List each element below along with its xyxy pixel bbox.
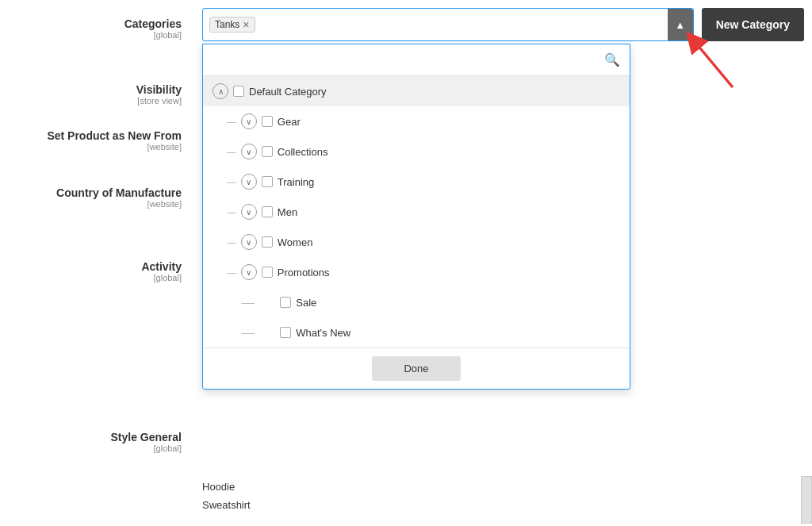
scrollbar[interactable] bbox=[801, 476, 812, 524]
done-button[interactable]: Done bbox=[372, 356, 460, 381]
set-product-label: Set Product as New From bbox=[47, 129, 182, 142]
product-item-hoodie: Hoodie bbox=[202, 478, 251, 496]
cat-item-men[interactable]: - - - - ∨ Men bbox=[203, 197, 630, 227]
style-scope: [global] bbox=[154, 443, 182, 453]
checkbox-collections[interactable] bbox=[262, 146, 273, 157]
row-country: Country of Manufacture [website] bbox=[56, 186, 194, 209]
connector-sale: - - - - - - bbox=[241, 298, 253, 307]
cat-label-default: Default Category bbox=[249, 86, 327, 98]
no-expand-whats-new bbox=[259, 324, 275, 340]
no-expand-sale bbox=[259, 294, 275, 310]
dropdown-footer: Done bbox=[203, 347, 630, 389]
row-activity: Activity [global] bbox=[141, 260, 194, 282]
row-visibility: Visibility [store view] bbox=[136, 83, 194, 106]
expand-women[interactable]: ∨ bbox=[241, 234, 257, 250]
page-wrapper: Categories [global] Visibility [store vi… bbox=[0, 0, 812, 526]
activity-scope: [global] bbox=[154, 273, 182, 282]
cat-label-men: Men bbox=[278, 206, 297, 218]
categories-label: Categories bbox=[124, 17, 182, 30]
checkbox-sale[interactable] bbox=[280, 297, 291, 308]
dropdown-search-row: 🔍 bbox=[203, 44, 630, 76]
set-product-scope: [website] bbox=[147, 142, 182, 152]
cat-item-default[interactable]: ∧ Default Category bbox=[203, 76, 630, 106]
checkbox-women[interactable] bbox=[262, 236, 273, 248]
country-label: Country of Manufacture bbox=[56, 186, 182, 199]
main-content: Tanks × ▲ New Category 🔍 ∧ bbox=[194, 0, 812, 526]
cat-label-women: Women bbox=[278, 236, 313, 248]
tag-label: Tanks bbox=[215, 19, 239, 30]
category-list: ∧ Default Category - - - - ∨ Gear - - - … bbox=[203, 76, 630, 347]
visibility-scope: [store view] bbox=[137, 96, 182, 106]
arrow-up-icon: ▲ bbox=[675, 19, 685, 31]
expand-men[interactable]: ∨ bbox=[241, 204, 257, 220]
form-labels: Categories [global] Visibility [store vi… bbox=[0, 0, 194, 526]
expand-training[interactable]: ∨ bbox=[241, 174, 257, 190]
cat-item-promotions[interactable]: - - - - ∨ Promotions bbox=[203, 257, 630, 287]
checkbox-training[interactable] bbox=[262, 176, 273, 187]
category-dropdown: 🔍 ∧ Default Category - - - - ∨ Gear bbox=[202, 44, 630, 390]
checkbox-gear[interactable] bbox=[262, 116, 273, 127]
row-style: Style General [global] bbox=[111, 431, 195, 453]
new-category-button[interactable]: New Category bbox=[702, 8, 804, 41]
connector-promotions: - - - - bbox=[227, 267, 235, 277]
connector-women: - - - - bbox=[227, 237, 235, 247]
checkbox-men[interactable] bbox=[262, 206, 273, 217]
row-categories: Categories [global] bbox=[124, 17, 194, 40]
cat-item-training[interactable]: - - - - ∨ Training bbox=[203, 167, 630, 197]
cat-item-whats-new[interactable]: - - - - - - What's New bbox=[203, 317, 630, 347]
checkbox-default[interactable] bbox=[233, 86, 244, 97]
expand-default[interactable]: ∧ bbox=[213, 83, 228, 99]
category-search-input[interactable] bbox=[213, 54, 598, 66]
row-set-product: Set Product as New From [website] bbox=[47, 129, 194, 152]
connector-gear: - - - - bbox=[227, 117, 235, 126]
connector-whats-new: - - - - - - bbox=[241, 328, 253, 337]
expand-collections[interactable]: ∨ bbox=[241, 144, 257, 159]
tag-remove-tanks[interactable]: × bbox=[243, 19, 249, 30]
connector-training: - - - - bbox=[227, 177, 235, 186]
expand-gear[interactable]: ∨ bbox=[241, 113, 257, 129]
connector-men: - - - - bbox=[227, 207, 235, 217]
cat-label-sale: Sale bbox=[296, 297, 316, 309]
cat-label-promotions: Promotions bbox=[278, 267, 330, 278]
activity-label: Activity bbox=[141, 260, 182, 273]
tag-tanks: Tanks × bbox=[209, 17, 255, 33]
categories-input-row: Tanks × ▲ New Category bbox=[202, 8, 804, 41]
cat-item-collections[interactable]: - - - - ∨ Collections bbox=[203, 136, 630, 167]
categories-field[interactable]: Tanks × ▲ bbox=[202, 8, 694, 41]
cat-label-whats-new: What's New bbox=[296, 327, 350, 339]
country-scope: [website] bbox=[147, 199, 182, 209]
checkbox-whats-new[interactable] bbox=[280, 327, 291, 338]
product-list: Hoodie Sweatshirt bbox=[202, 478, 251, 514]
style-label: Style General bbox=[111, 431, 182, 443]
expand-promotions[interactable]: ∨ bbox=[241, 264, 257, 280]
cat-item-sale[interactable]: - - - - - - Sale bbox=[203, 287, 630, 317]
search-icon: 🔍 bbox=[604, 52, 620, 67]
cat-item-women[interactable]: - - - - ∨ Women bbox=[203, 227, 630, 257]
dropdown-toggle[interactable]: ▲ bbox=[668, 9, 693, 40]
product-item-sweatshirt: Sweatshirt bbox=[202, 496, 251, 514]
connector-collections: - - - - bbox=[227, 147, 235, 156]
checkbox-promotions[interactable] bbox=[262, 267, 273, 278]
visibility-label: Visibility bbox=[136, 83, 182, 96]
cat-label-collections: Collections bbox=[278, 146, 328, 158]
cat-label-training: Training bbox=[278, 176, 314, 188]
cat-label-gear: Gear bbox=[278, 116, 301, 128]
categories-scope: [global] bbox=[154, 30, 182, 40]
cat-item-gear[interactable]: - - - - ∨ Gear bbox=[203, 106, 630, 136]
